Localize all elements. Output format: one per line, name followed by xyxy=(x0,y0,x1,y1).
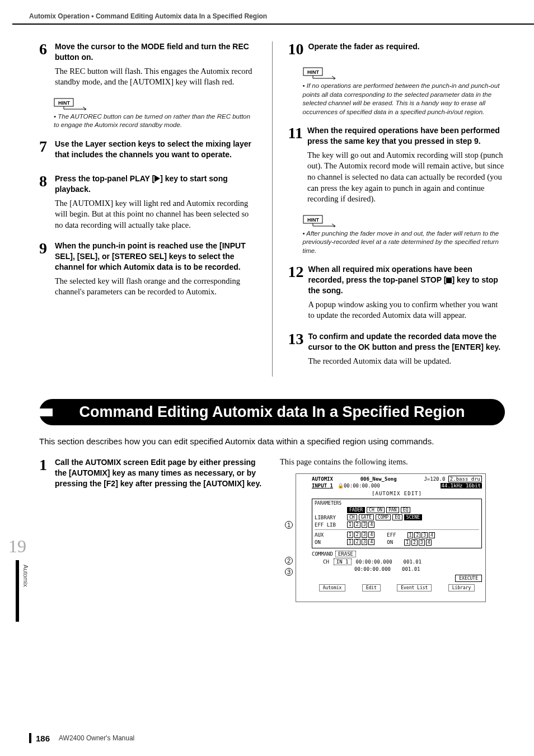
step-title: Use the Layer section keys to select the… xyxy=(55,139,256,160)
callout-3: 3 xyxy=(285,568,293,576)
automix-edit-screenshot: 1 2 3 4 AUTOMIX 006_New_Song J=120.0 2.b… xyxy=(296,473,486,602)
tab-automix[interactable]: Automix xyxy=(319,584,346,591)
play-icon xyxy=(154,175,160,182)
hint-label: HINT xyxy=(58,100,70,106)
step-number: 13 xyxy=(288,331,304,367)
chapter-number: 19 xyxy=(7,536,28,557)
svg-text:HINT: HINT xyxy=(307,69,319,75)
bottom-right-column: This page contains the following items. … xyxy=(280,457,505,602)
breadcrumb: Automix Operation • Command Editing Auto… xyxy=(0,0,534,24)
section-title: Command Editing Automix data In a Specif… xyxy=(39,399,505,425)
stop-icon xyxy=(446,278,452,283)
left-column: 6 Move the cursor to the MODE field and … xyxy=(39,41,256,377)
step-title: Move the cursor to the MODE field and tu… xyxy=(55,41,256,63)
tab-event-list[interactable]: Event List xyxy=(397,584,432,591)
scr-song: 006_New_Song xyxy=(360,476,397,482)
step-number: 7 xyxy=(39,139,50,163)
step-number: 11 xyxy=(288,125,303,205)
svg-text:HINT: HINT xyxy=(307,217,319,223)
step-number: 1 xyxy=(39,457,50,492)
step-desc: The selected key will flash orange and t… xyxy=(55,276,256,298)
step-title: When the punch-in point is reached use t… xyxy=(55,241,256,273)
step-title: When the required operations have been p… xyxy=(307,125,505,147)
hint-text: After punching the fader move in and out… xyxy=(303,229,505,256)
tab-library[interactable]: Library xyxy=(448,584,475,591)
step-desc: The key will go out and Automix recordin… xyxy=(307,150,505,205)
step-number: 8 xyxy=(39,173,50,231)
callout-2: 2 xyxy=(285,557,293,565)
scr-title: AUTOMIX xyxy=(312,476,333,482)
hint-box: HINT After punching the fader move in an… xyxy=(303,215,505,256)
bottom-left-column: 1 Call the AUTOMIX screen Edit page by e… xyxy=(39,457,264,602)
section-intro: This section describes how you can edit … xyxy=(39,435,505,447)
step-number: 9 xyxy=(39,241,50,298)
hint-box: HINT The AUTOREC button can be turned on… xyxy=(54,98,256,130)
step-title: To confirm and update the recorded data … xyxy=(308,331,505,353)
tab-edit[interactable]: Edit xyxy=(362,584,381,591)
step-title: Press the top-panel PLAY [] key to start… xyxy=(55,173,256,195)
step-title: Operate the fader as required. xyxy=(308,41,505,52)
step-desc: The [AUTOMIX] key will light red and Aut… xyxy=(55,198,256,231)
step-desc: A popup window asking you to confirm whe… xyxy=(308,299,505,321)
step-title: Call the AUTOMIX screen Edit page by eit… xyxy=(55,457,264,489)
step-number: 6 xyxy=(39,41,50,88)
hint-box: HINT If no operations are performed betw… xyxy=(303,67,505,116)
hint-text: The AUTOREC button can be turned on rath… xyxy=(54,112,256,130)
right-column: 10 Operate the fader as required. HINT I… xyxy=(272,41,505,377)
chapter-tab: 19 Automix xyxy=(7,536,28,602)
step-number: 12 xyxy=(288,264,304,321)
chapter-label: Automix xyxy=(22,565,29,587)
step-number: 10 xyxy=(288,41,304,57)
scr-input: INPUT 1 xyxy=(312,483,333,489)
step-title: When all required mix operations have be… xyxy=(308,264,505,296)
right-items-intro: This page contains the following items. xyxy=(280,457,505,467)
callout-1: 1 xyxy=(285,521,293,529)
hint-text: If no operations are performed between t… xyxy=(303,82,505,116)
step-desc: The REC button will flash. This engages … xyxy=(55,66,256,88)
scr-subtitle: [AUTOMIX EDIT] xyxy=(312,491,482,496)
section-heading: Command Editing Automix data In a Specif… xyxy=(39,399,505,425)
execute-button[interactable]: EXECUTE xyxy=(455,575,482,582)
step-desc: The recorded Automix data will be update… xyxy=(308,356,505,367)
